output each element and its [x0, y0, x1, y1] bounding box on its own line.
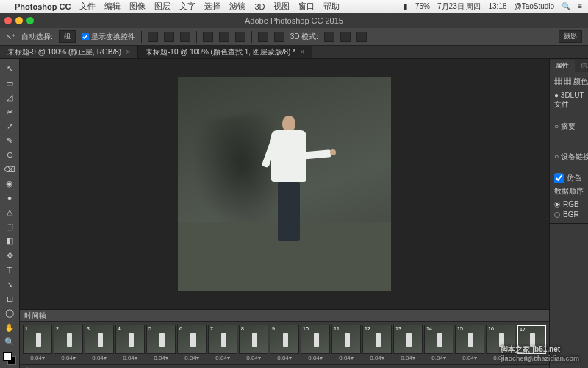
close-button[interactable]	[4, 17, 12, 24]
tool-15[interactable]: ↘	[0, 277, 19, 292]
maximize-button[interactable]	[26, 17, 34, 24]
frame[interactable]: 140.04▾	[424, 325, 453, 361]
frame[interactable]: 110.04▾	[331, 325, 361, 361]
tool-10[interactable]: △	[0, 205, 19, 220]
move-tool-icon: ↖⁺	[6, 32, 15, 40]
close-tab-icon[interactable]: ×	[300, 48, 304, 56]
properties-panel: ▦ ▦ 颜色查找 ● 3DLUT 文件Vision 4 - LOG.cube ○…	[550, 72, 588, 223]
distribute-icon[interactable]	[219, 32, 229, 42]
tool-8[interactable]: ◉	[0, 177, 19, 191]
frame[interactable]: 60.04▾	[177, 325, 207, 361]
tool-7[interactable]: ⌫	[0, 163, 19, 177]
frame[interactable]: 100.04▾	[301, 325, 330, 361]
app-name[interactable]: Photoshop CC	[15, 2, 71, 11]
search-icon[interactable]: 🔍	[562, 2, 570, 10]
document-canvas[interactable]	[178, 77, 391, 291]
battery-pct: 75%	[415, 2, 430, 10]
tool-13[interactable]: ✥	[0, 249, 19, 263]
tool-3[interactable]: ✂	[0, 105, 19, 120]
watermark: 脚本之家 jb51.net jiaocheng.chazidian.com	[501, 342, 579, 362]
tool-19[interactable]: 🔍	[0, 335, 19, 350]
lut-radio[interactable]: ● 3DLUT 文件	[554, 91, 588, 110]
timeline-panel: 时间轴 10.04▾20.04▾30.04▾40.04▾50.04▾60.04▾…	[20, 309, 549, 368]
distribute-icon[interactable]	[203, 32, 213, 42]
frame[interactable]: 40.04▾	[115, 325, 145, 361]
canvas-area[interactable]	[20, 59, 549, 309]
tools-panel: ↖▭◿✂↗✎⊕⌫◉●△⬚◧✥T↘⊡◯✋🔍	[0, 59, 20, 368]
dither-checkbox[interactable]: 仿色	[554, 173, 588, 183]
date: 7月23日 周四	[437, 1, 481, 12]
tool-14[interactable]: T	[0, 263, 19, 277]
frame-strip[interactable]: 10.04▾20.04▾30.04▾40.04▾50.04▾60.04▾70.0…	[20, 322, 549, 364]
frame[interactable]: 50.04▾	[146, 325, 176, 361]
timeline-title: 时间轴	[24, 311, 46, 321]
data-order-label: 数据顺序	[554, 186, 584, 197]
tool-5[interactable]: ✎	[0, 134, 19, 149]
frame[interactable]: 10.04▾	[23, 325, 52, 361]
frame[interactable]: 30.04▾	[85, 325, 114, 361]
menu-image[interactable]: 图像	[129, 1, 146, 12]
time: 13:18	[488, 2, 506, 10]
tool-17[interactable]: ◯	[0, 306, 19, 321]
tool-9[interactable]: ●	[0, 191, 19, 206]
battery-icon: ▮	[404, 2, 408, 10]
options-bar: ↖⁺ 自动选择: 组 显示变换控件 3D 模式: 摄影	[0, 28, 588, 46]
doc-tab[interactable]: 未标题-10 @ 100% (颜色查找 1, 图层蒙版/8) *×	[138, 46, 312, 58]
menu-3d[interactable]: 3D	[254, 2, 265, 11]
tool-16[interactable]: ⊡	[0, 291, 19, 306]
devlink-radio[interactable]: ○ 设备链接	[554, 152, 588, 162]
menu-layer[interactable]: 图层	[154, 1, 171, 12]
frame[interactable]: 70.04▾	[208, 325, 237, 361]
tool-11[interactable]: ⬚	[0, 220, 19, 235]
frame[interactable]: 90.04▾	[270, 325, 299, 361]
menu-filter[interactable]: 滤镜	[229, 1, 245, 12]
menu-text[interactable]: 文字	[179, 1, 196, 12]
workspace-dropdown[interactable]: 摄影	[559, 30, 582, 43]
frame[interactable]: 130.04▾	[393, 325, 423, 361]
menu-view[interactable]: 视图	[273, 1, 290, 12]
3d-icon[interactable]	[340, 32, 351, 42]
frame[interactable]: 80.04▾	[239, 325, 268, 361]
arrange-icon[interactable]	[274, 32, 284, 42]
frame[interactable]: 20.04▾	[54, 325, 83, 361]
align-icon[interactable]	[148, 32, 158, 42]
abstract-radio[interactable]: ○ 摘要	[554, 121, 588, 132]
show-transform-checkbox[interactable]: 显示变换控件	[82, 32, 135, 42]
tool-1[interactable]: ▭	[0, 77, 19, 91]
align-icon[interactable]	[164, 32, 174, 42]
tab-info[interactable]: 信息	[575, 60, 588, 72]
tab-properties[interactable]: 属性	[550, 60, 575, 72]
tool-2[interactable]: ◿	[0, 91, 19, 105]
window-titlebar: Adobe Photoshop CC 2015	[0, 13, 588, 28]
menu-window[interactable]: 窗口	[298, 1, 315, 12]
menu-edit[interactable]: 编辑	[104, 1, 121, 12]
tool-18[interactable]: ✋	[0, 320, 19, 335]
data-bgr-radio[interactable]: BGR	[554, 210, 584, 219]
minimize-button[interactable]	[15, 17, 23, 24]
distribute-icon[interactable]	[235, 32, 245, 42]
arrange-icon[interactable]	[258, 32, 268, 42]
auto-select-dropdown[interactable]: 组	[59, 30, 76, 43]
tool-0[interactable]: ↖	[0, 62, 19, 77]
user: @TaoStudio	[514, 2, 555, 10]
mode-3d-label: 3D 模式:	[290, 32, 318, 42]
data-rgb-radio[interactable]: RGB	[554, 200, 584, 208]
tool-4[interactable]: ↗	[0, 119, 19, 134]
color-swatch[interactable]	[3, 352, 16, 365]
close-tab-icon[interactable]: ×	[126, 48, 130, 56]
doc-tab[interactable]: 未标题-9 @ 100% (静止层, RGB/8)×	[0, 46, 138, 58]
document-tabs: 未标题-9 @ 100% (静止层, RGB/8)× 未标题-10 @ 100%…	[0, 46, 588, 59]
3d-icon[interactable]	[356, 32, 367, 42]
menu-file[interactable]: 文件	[79, 1, 96, 12]
window-title: Adobe Photoshop CC 2015	[245, 16, 343, 25]
frame[interactable]: 120.04▾	[362, 325, 392, 361]
tool-12[interactable]: ◧	[0, 234, 19, 249]
tool-6[interactable]: ⊕	[0, 148, 19, 163]
frame[interactable]: 150.04▾	[455, 325, 484, 361]
menu-select[interactable]: 选择	[204, 1, 220, 12]
3d-icon[interactable]	[324, 32, 334, 42]
align-icon[interactable]	[180, 32, 190, 42]
menu-help[interactable]: 帮助	[323, 1, 340, 12]
mac-menubar: Photoshop CC 文件 编辑 图像 图层 文字 选择 滤镜 3D 视图 …	[0, 0, 588, 13]
menu-icon[interactable]: ≡	[578, 2, 582, 10]
